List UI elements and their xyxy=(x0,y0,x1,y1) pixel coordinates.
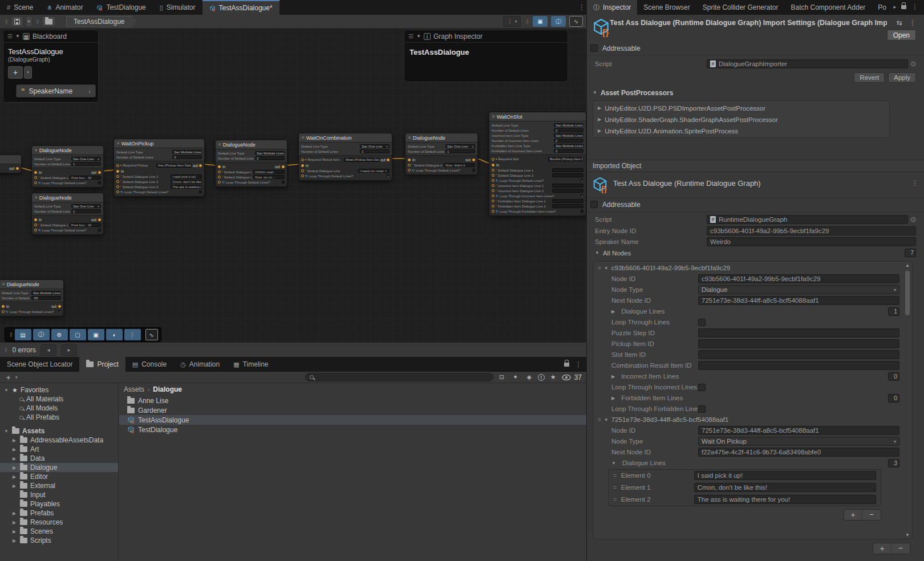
revert-button[interactable]: Revert xyxy=(854,72,885,83)
node-entry-header[interactable]: =▼7251e73e-38d3-44ff-a8c5-bcf54088aaf1 xyxy=(593,414,912,425)
alert-icon[interactable]: ! xyxy=(538,374,545,381)
foldout-closed-icon[interactable]: ▶ xyxy=(11,520,17,525)
addressable-checkbox[interactable] xyxy=(590,44,598,52)
file-row-anne-lise[interactable]: Anne Lise xyxy=(119,396,586,405)
drag-handle-icon[interactable]: = xyxy=(613,485,617,491)
in-port-icon[interactable] xyxy=(34,218,37,221)
array-size-field[interactable]: 3 xyxy=(888,459,899,467)
output-port[interactable]: out xyxy=(465,158,475,162)
assets-root-folder[interactable]: ▼Assets xyxy=(0,426,118,436)
activity-toggle-icon[interactable]: ∿ xyxy=(145,329,158,340)
window-icon[interactable]: ▢ xyxy=(70,329,86,340)
checkbox[interactable]: ✓ xyxy=(581,194,583,197)
field-port-icon[interactable] xyxy=(34,176,37,179)
file-row-testassdialogue[interactable]: {}TestAssDialogue xyxy=(119,415,586,425)
favorites-header[interactable]: ▼★Favorites xyxy=(0,385,118,395)
tree-folder-input[interactable]: Input xyxy=(0,490,118,499)
field-port-icon[interactable] xyxy=(116,175,119,178)
console-icon[interactable]: ▤ xyxy=(15,329,31,340)
field-value[interactable] xyxy=(698,328,899,338)
field-port-icon[interactable] xyxy=(34,181,37,184)
favorite-item-all-materials[interactable]: All Materials xyxy=(0,395,118,404)
inspector-tab-scene-browser[interactable]: Scene Browser xyxy=(637,0,696,15)
breadcrumb-dialogue[interactable]: Dialogue xyxy=(153,385,182,393)
blackboard-panel[interactable]: ☰ ▼ ▦ Blackboard TestAssDialogue (Dialog… xyxy=(3,30,99,103)
element-value[interactable]: I said pick it up! xyxy=(694,471,876,480)
enum-dropdown[interactable]: Say Multiple Lines▾ xyxy=(554,123,583,127)
in-port-icon[interactable] xyxy=(2,305,5,308)
out-port-icon[interactable] xyxy=(282,165,285,168)
field-port-icon[interactable] xyxy=(492,184,495,187)
star-icon[interactable]: ★ xyxy=(548,373,558,381)
object-addressable-checkbox[interactable] xyxy=(590,201,598,208)
foldout-closed-icon[interactable]: ▶ xyxy=(11,465,17,470)
field-port-icon[interactable] xyxy=(492,169,495,172)
out-port-icon[interactable] xyxy=(472,158,475,161)
field-port-icon[interactable] xyxy=(408,169,411,172)
node-title-bar[interactable]: ≡WaitOnPickup xyxy=(114,139,204,148)
field-port-icon[interactable] xyxy=(492,210,495,213)
out-port-icon[interactable] xyxy=(16,167,19,170)
field-port-icon[interactable] xyxy=(34,223,37,226)
text-field[interactable]: Now, go on, .. xyxy=(253,175,285,179)
checkbox[interactable] xyxy=(282,181,285,184)
text-field[interactable]: The ass is waiting there for y xyxy=(171,185,202,189)
field-port-icon[interactable] xyxy=(492,194,495,197)
enum-dropdown[interactable]: Say Multiple Lines▾ xyxy=(554,144,583,148)
info-icon[interactable]: ⓘ xyxy=(33,329,50,340)
out-port-icon[interactable] xyxy=(58,305,61,308)
input-port[interactable]: in xyxy=(34,218,42,222)
output-port[interactable]: out xyxy=(275,165,285,169)
enum-dropdown[interactable]: Say Multiple Lines▾ xyxy=(554,133,583,137)
node-collapse-icon[interactable]: ≡ xyxy=(35,148,38,153)
array-size-field[interactable]: 0 xyxy=(888,372,899,381)
visibility-eye-icon[interactable] xyxy=(562,375,571,380)
foldout-label[interactable]: ▼Dialogue Lines xyxy=(598,460,698,466)
toolbar-drag-handle[interactable]: ‖ xyxy=(3,18,9,25)
text-field[interactable] xyxy=(552,199,583,203)
node-collapse-icon[interactable]: ≡ xyxy=(492,114,495,119)
dropdown-field[interactable]: Wait On Pickup▾ xyxy=(698,437,899,446)
tree-folder-prefabs[interactable]: ▶Prefabs xyxy=(0,509,118,518)
graph-inspector-collapse-icon[interactable]: ▼ xyxy=(416,34,421,39)
blackboard-property-speakername[interactable]: “ SpeakerName ‹ xyxy=(16,84,96,97)
field-value[interactable] xyxy=(698,350,899,359)
checkbox[interactable]: ✓ xyxy=(387,174,390,177)
inspector-tab-sprite-collider-generator[interactable]: Sprite Collider Generator xyxy=(696,0,785,15)
node-title-bar[interactable]: ≡StartNode xyxy=(0,155,21,164)
element-value[interactable]: The ass is waiting there for you! xyxy=(694,495,876,504)
enum-dropdown[interactable]: Say One Line▾ xyxy=(360,144,390,148)
tree-folder-editor[interactable]: ▶Editor xyxy=(0,472,118,481)
input-port[interactable]: in xyxy=(408,158,415,162)
foldout-closed-icon[interactable]: ▶ xyxy=(11,538,17,543)
foldout-label[interactable]: ▶Dialogue Lines xyxy=(598,308,698,315)
array-size-field[interactable]: 0 xyxy=(888,394,899,403)
field-port-icon[interactable] xyxy=(492,200,495,202)
add-property-button[interactable]: + xyxy=(8,66,23,79)
foldout-closed-icon[interactable]: ▶ xyxy=(11,438,17,443)
out-port-icon[interactable] xyxy=(98,218,101,221)
graph-inspector-toggle-button[interactable]: ⓘ xyxy=(551,16,566,27)
previous-error-button[interactable]: ◂ xyxy=(40,344,56,356)
output-port[interactable]: out xyxy=(51,304,61,308)
node-collapse-icon[interactable]: ≡ xyxy=(2,282,5,287)
input-port[interactable]: in xyxy=(492,163,499,167)
field-value[interactable]: c93b5606-401f-49a2-99b5-9ecbf1fa9c29 xyxy=(707,226,916,235)
int-field[interactable]: 1 xyxy=(360,149,390,153)
foldout-closed-icon[interactable]: ▶ xyxy=(11,511,17,516)
foldout-label[interactable]: ▼All Nodes xyxy=(595,250,901,257)
foldout-closed-icon[interactable]: ▶ xyxy=(11,456,17,461)
graph-node-dialoguenode-1[interactable]: ≡DialogueNodeDefault Line TypeSay One Li… xyxy=(31,145,104,188)
field-value[interactable]: c93b5606-401f-49a2-99b5-9ecbf1fa9c29 xyxy=(698,274,899,283)
foldout-closed-icon[interactable]: ▶ xyxy=(11,529,17,534)
remove-element-button[interactable]: − xyxy=(862,510,881,520)
remove-node-button[interactable]: − xyxy=(891,543,910,554)
input-port[interactable]: in xyxy=(34,170,42,174)
text-field[interactable]: I said pick it up! xyxy=(171,174,202,178)
field-value[interactable]: f22a475e-4c2f-41c6-9b73-6a83498abfe0 xyxy=(698,448,899,457)
tree-folder-external[interactable]: ▶External xyxy=(0,481,118,490)
int-field[interactable]: -55 xyxy=(31,296,61,300)
in-port-icon[interactable] xyxy=(34,171,37,174)
drag-handle-icon[interactable]: = xyxy=(613,473,617,479)
text-field[interactable]: I need my meat :) xyxy=(358,169,390,173)
